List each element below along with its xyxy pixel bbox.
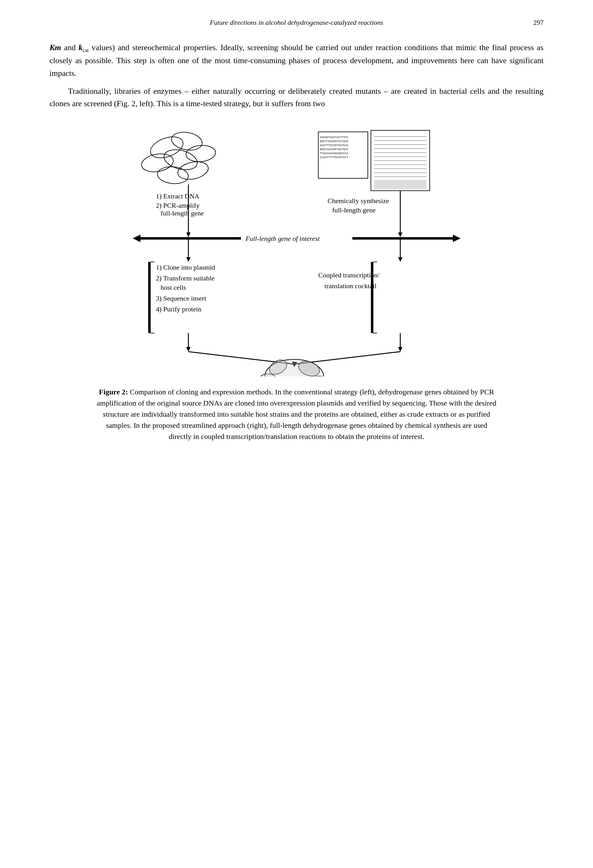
svg-point-1 bbox=[170, 130, 203, 152]
svg-text:Chemically synthesize: Chemically synthesize bbox=[328, 197, 389, 205]
figure-caption: Figure 2: Comparison of cloning and expr… bbox=[96, 386, 498, 442]
header-title: Future directions in alcohol dehydrogena… bbox=[68, 19, 525, 27]
paragraph1-rest: values) and stereochemical properties. I… bbox=[50, 43, 543, 78]
svg-text:GGCTTAACOCCCCTACG: GGCTTAACOCCCCTACG bbox=[320, 140, 348, 143]
svg-text:2) Transform suitable: 2) Transform suitable bbox=[156, 274, 214, 282]
svg-text:4) Purify protein: 4) Purify protein bbox=[156, 305, 202, 313]
body-text: Km and kcat values) and stereochemical p… bbox=[50, 41, 543, 110]
figure-diagram: 1) Extract DNA 2) PCR-amplify full-lengt… bbox=[127, 123, 467, 376]
svg-rect-40 bbox=[352, 237, 453, 240]
svg-rect-36 bbox=[136, 237, 241, 240]
svg-text:translation cocktail: translation cocktail bbox=[325, 282, 377, 290]
page: Future directions in alcohol dehydrogena… bbox=[0, 0, 593, 868]
svg-text:Full-length gene of interest: Full-length gene of interest bbox=[245, 235, 320, 242]
svg-text:1) Extract DNA: 1) Extract DNA bbox=[156, 192, 200, 200]
svg-rect-43 bbox=[148, 262, 151, 333]
svg-text:full-length gene: full-length gene bbox=[332, 206, 375, 214]
figure-label: Figure 2: bbox=[99, 388, 128, 396]
figure-container: 1) Extract DNA 2) PCR-amplify full-lengt… bbox=[50, 123, 543, 442]
svg-text:host cells: host cells bbox=[160, 283, 186, 291]
page-number: 297 bbox=[525, 19, 543, 27]
svg-point-0 bbox=[147, 133, 186, 162]
svg-text:GGGTAAACOCTGATGAT: GGGTAAACOCTGATGAT bbox=[320, 148, 348, 151]
svg-text:3) Sequence insert: 3) Sequence insert bbox=[156, 294, 206, 302]
svg-text:CCAATTTTTGATATATT: CCAATTTTTGATATATT bbox=[320, 156, 348, 159]
svg-point-6 bbox=[176, 159, 210, 182]
svg-text:2) PCR-amplify: 2) PCR-amplify bbox=[156, 202, 200, 209]
svg-rect-31 bbox=[374, 180, 427, 189]
svg-marker-54 bbox=[398, 257, 402, 262]
svg-text:AAATTTCCCGTACCCAA: AAATTTCCCGTACCCAA bbox=[320, 144, 348, 147]
kcat-symbol: k bbox=[79, 43, 82, 52]
svg-marker-37 bbox=[133, 235, 140, 242]
svg-marker-39 bbox=[453, 235, 461, 242]
svg-text:1) Clone into plasmid: 1) Clone into plasmid bbox=[156, 263, 215, 271]
svg-point-3 bbox=[162, 146, 200, 173]
svg-marker-52 bbox=[186, 347, 191, 352]
paragraph-1: Km and kcat values) and stereochemical p… bbox=[50, 41, 543, 80]
svg-point-2 bbox=[140, 151, 174, 174]
svg-marker-11 bbox=[186, 232, 191, 237]
svg-text:TTAAAAACGGCGGCCCA: TTAAAAACGGCGGCCCA bbox=[320, 152, 348, 155]
svg-marker-61 bbox=[398, 347, 402, 352]
svg-point-5 bbox=[156, 165, 189, 185]
kcat-sub: cat bbox=[82, 47, 89, 53]
page-header: Future directions in alcohol dehydrogena… bbox=[50, 19, 543, 27]
svg-text:full-length gene: full-length gene bbox=[160, 209, 204, 217]
svg-marker-42 bbox=[186, 257, 191, 262]
svg-text:Coupled transcription/: Coupled transcription/ bbox=[318, 271, 380, 279]
svg-text:AACGGTAACTACTTTCC: AACGGTAACTACTTTCC bbox=[320, 136, 348, 139]
km-symbol: Km bbox=[50, 43, 61, 52]
svg-marker-35 bbox=[398, 232, 402, 237]
paragraph-2: Traditionally, libraries of enzymes – ei… bbox=[50, 85, 543, 110]
caption-text: Comparison of cloning and expression met… bbox=[97, 388, 496, 440]
